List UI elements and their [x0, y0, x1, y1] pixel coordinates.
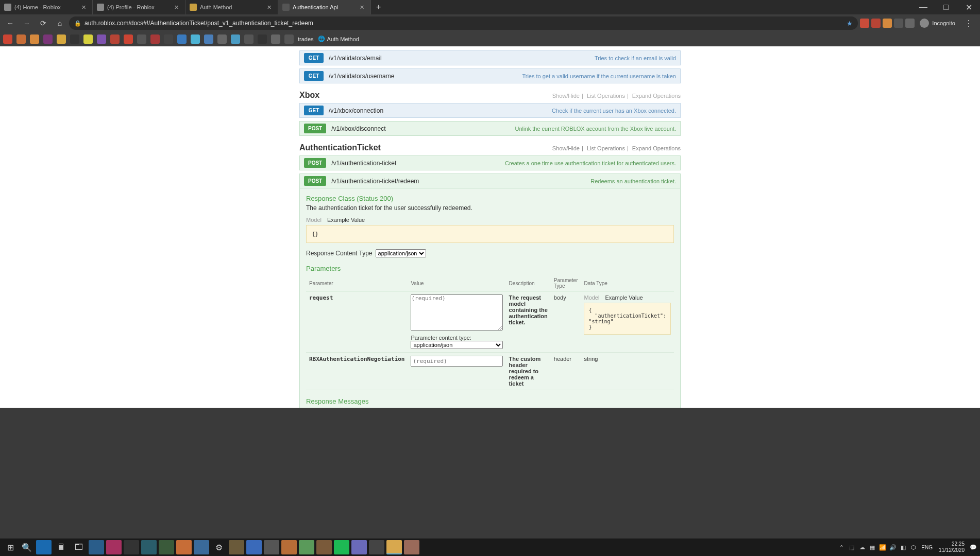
bookmark-star-icon[interactable]: ★ [847, 20, 853, 27]
endpoint-validators-email[interactable]: GET /v1/validators/email Tries to check … [299, 50, 681, 65]
bookmark-icon[interactable] [164, 34, 173, 44]
bookmark-icon[interactable] [284, 34, 294, 44]
bookmark-icon[interactable] [3, 34, 12, 44]
minimize-button[interactable]: — [912, 0, 935, 14]
bookmark-icon[interactable] [83, 34, 93, 44]
param-value-input[interactable] [411, 356, 502, 367]
method-badge: GET [304, 106, 324, 115]
extension-icon[interactable] [871, 19, 881, 28]
new-tab-button[interactable]: + [371, 3, 386, 12]
bookmark-icon[interactable] [231, 34, 240, 44]
content-type-select[interactable]: application/json [376, 249, 426, 257]
list-ops-link[interactable]: List Operations [587, 93, 625, 99]
endpoint-xbox-connection[interactable]: GET /v1/xbox/connection Check if the cur… [299, 103, 681, 118]
close-icon[interactable]: ✕ [358, 4, 366, 11]
tab-home[interactable]: (4) Home - Roblox ✕ [0, 0, 93, 14]
bookmark-icon[interactable] [70, 34, 79, 44]
bookmark-icon[interactable] [258, 34, 267, 44]
datatype-model-tab[interactable]: Model [584, 294, 599, 301]
bookmark-icon[interactable] [244, 34, 254, 44]
endpoint-desc: Creates a one time use authentication ti… [505, 160, 676, 166]
endpoint-path: /v1/xbox/connection [329, 107, 383, 114]
param-content-type-select[interactable]: application/json [411, 341, 502, 349]
forward-button[interactable]: → [20, 16, 34, 30]
endpoint-desc: Tries to get a valid username if the cur… [522, 73, 676, 79]
endpoint-auth-ticket-redeem[interactable]: POST /v1/authentication-ticket/redeem Re… [299, 173, 681, 188]
browser-menu-button[interactable]: ⋮ [960, 19, 977, 28]
bookmark-icon[interactable] [150, 34, 160, 44]
section-title: AuthenticationTicket [299, 143, 381, 152]
reload-button[interactable]: ⟳ [36, 16, 50, 30]
method-badge: POST [304, 176, 326, 186]
bookmark-icon[interactable] [97, 34, 106, 44]
endpoint-auth-ticket[interactable]: POST /v1/authentication-ticket Creates a… [299, 155, 681, 170]
close-icon[interactable]: ✕ [172, 4, 181, 11]
bookmark-icon[interactable] [137, 34, 146, 44]
list-ops-link[interactable]: List Operations [587, 145, 625, 151]
url-input[interactable]: 🔒 auth.roblox.com/docs#!/AuthenticationT… [69, 16, 858, 30]
response-class-heading: Response Class (Status 200) [306, 195, 674, 202]
extensions-menu-icon[interactable] [905, 19, 915, 28]
table-row: RBXAuthenticationNegotiation The custom … [306, 353, 674, 390]
endpoint-desc: Tries to check if an email is valid [595, 55, 676, 61]
method-badge: POST [304, 158, 326, 168]
browser-tab-strip: (4) Home - Roblox ✕ (4) Profile - Roblox… [0, 0, 980, 14]
section-auth-ticket: AuthenticationTicket Show/Hide| List Ope… [299, 143, 681, 152]
bookmark-icon[interactable] [204, 34, 213, 44]
bookmark-icon[interactable] [57, 34, 66, 44]
page-icon [190, 4, 197, 11]
bookmark-icon[interactable] [110, 34, 120, 44]
param-desc: The request model containing the authent… [509, 294, 548, 325]
incognito-indicator[interactable]: Incognito [917, 19, 958, 28]
showhide-link[interactable]: Show/Hide [552, 93, 580, 99]
response-class-desc: The authentication ticket for the user s… [306, 204, 674, 212]
showhide-link[interactable]: Show/Hide [552, 145, 580, 151]
tab-auth-method[interactable]: Auth Method ✕ [185, 0, 278, 14]
endpoint-desc: Unlink the current ROBLOX account from t… [515, 126, 676, 132]
page-content: GET /v1/validators/email Tries to check … [0, 46, 980, 408]
extension-icon[interactable] [860, 19, 869, 28]
bookmark-icon[interactable] [16, 34, 26, 44]
bookmark-auth-method[interactable]: 🌐 Auth Method [318, 36, 359, 42]
back-button[interactable]: ← [3, 16, 18, 30]
endpoint-xbox-disconnect[interactable]: POST /v1/xbox/disconnect Unlink the curr… [299, 121, 681, 136]
param-content-type-label: Parameter content type: [411, 335, 502, 341]
endpoint-validators-username[interactable]: GET /v1/validators/username Tries to get… [299, 68, 681, 83]
endpoint-path: /v1/authentication-ticket [331, 160, 396, 167]
section-xbox: Xbox Show/Hide| List Operations| Expand … [299, 91, 681, 100]
bookmark-icon[interactable] [124, 34, 133, 44]
tab-profile[interactable]: (4) Profile - Roblox ✕ [93, 0, 185, 14]
section-title: Xbox [299, 91, 319, 100]
bookmark-icon[interactable] [177, 34, 187, 44]
bookmark-icon[interactable] [43, 34, 53, 44]
extension-icon[interactable] [894, 19, 903, 28]
home-button[interactable]: ⌂ [53, 16, 67, 30]
datatype-example-tab[interactable]: Example Value [605, 294, 643, 301]
endpoint-expanded-panel: Response Class (Status 200) The authenti… [299, 188, 681, 408]
datatype-example-body[interactable]: { "authenticationTicket": "string" } [584, 303, 671, 335]
bookmark-icon[interactable] [30, 34, 39, 44]
maximize-button[interactable]: □ [935, 0, 957, 14]
tab-label: Authentication Api [293, 4, 338, 10]
example-value-tab[interactable]: Example Value [327, 217, 365, 223]
model-tab[interactable]: Model [306, 217, 322, 223]
param-value-textarea[interactable] [411, 294, 502, 331]
param-type: header [551, 353, 581, 390]
close-icon[interactable]: ✕ [265, 4, 274, 11]
response-messages-table: HTTP Status Code Reason Response Model H… [306, 407, 674, 408]
page-icon [282, 4, 290, 11]
bookmark-icon[interactable] [271, 34, 280, 44]
bookmark-trades[interactable]: trades [298, 36, 314, 42]
bookmark-icon[interactable] [191, 34, 200, 44]
col-value: Value [408, 275, 505, 291]
param-name: RBXAuthenticationNegotiation [309, 356, 404, 362]
close-icon[interactable]: ✕ [79, 4, 88, 11]
extension-icon[interactable] [883, 19, 892, 28]
expand-ops-link[interactable]: Expand Operations [632, 93, 681, 99]
tab-auth-api[interactable]: Authentication Api ✕ [278, 0, 371, 14]
bookmark-icon[interactable] [217, 34, 227, 44]
expand-ops-link[interactable]: Expand Operations [632, 145, 681, 151]
endpoint-desc: Redeems an authentication ticket. [590, 178, 676, 184]
close-window-button[interactable]: ✕ [957, 0, 980, 14]
param-desc: The custom header required to redeem a t… [509, 356, 541, 387]
